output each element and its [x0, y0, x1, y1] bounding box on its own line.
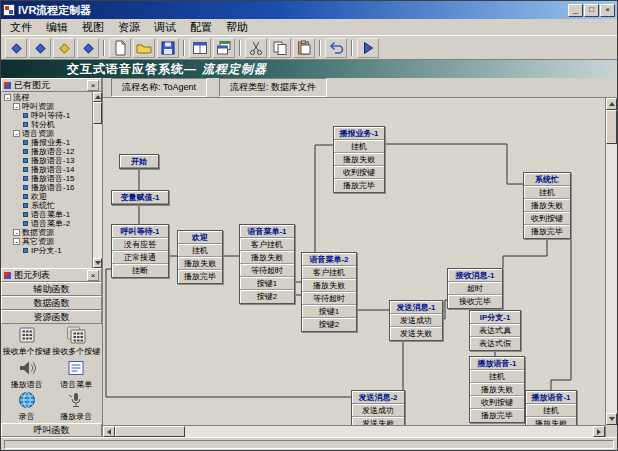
close-button-icon[interactable]: × [600, 4, 615, 17]
menu-帮助[interactable]: 帮助 [219, 19, 255, 36]
node-port-播放失败[interactable]: 播放失败 [240, 251, 294, 264]
menu-编辑[interactable]: 编辑 [39, 19, 75, 36]
node-port-挂机[interactable]: 挂机 [470, 370, 524, 383]
menu-资源[interactable]: 资源 [111, 19, 147, 36]
flow-node-send-msg-1[interactable]: 发送消息-1发送成功发送失败 [389, 300, 443, 341]
copy-icon[interactable] [269, 38, 291, 58]
canvas-hscroll-thumb[interactable] [115, 426, 185, 437]
menu-文件[interactable]: 文件 [3, 19, 39, 36]
new-file-icon[interactable] [109, 38, 131, 58]
node-port-播放完毕[interactable]: 播放完毕 [334, 179, 384, 192]
tree-scrollbar[interactable] [92, 92, 102, 268]
node-port-播放失败[interactable]: 播放失败 [302, 279, 356, 292]
node-port-收到按键[interactable]: 收到按键 [334, 166, 384, 179]
node-port-挂机[interactable]: 挂机 [178, 244, 222, 257]
flow-node-recv-msg-1[interactable]: 接收消息-1超时接收完毕 [447, 268, 503, 309]
palette-item-录音[interactable]: 录音 [3, 391, 51, 421]
canvas-scroll-up-icon[interactable] [606, 98, 617, 110]
node-port-发送成功[interactable]: 发送成功 [390, 314, 442, 327]
canvas-vscroll-thumb[interactable] [606, 110, 617, 144]
canvas-scroll-right-icon[interactable] [593, 426, 605, 437]
node-port-播放完毕[interactable]: 播放完毕 [524, 225, 570, 238]
flow-node-play-voice-1b[interactable]: 播放语音-1挂机播放失败收到按键播放完毕 [525, 390, 577, 425]
section-资源函数[interactable]: 资源函数 [1, 310, 102, 324]
node-port-表达式假[interactable]: 表达式假 [470, 337, 520, 350]
node-port-播放失败[interactable]: 播放失败 [470, 383, 524, 396]
yellow-diamond-icon[interactable] [53, 38, 75, 58]
node-port-发送失败[interactable]: 发送失败 [390, 327, 442, 340]
node-port-超时[interactable]: 超时 [448, 282, 502, 295]
node-port-按键1[interactable]: 按键1 [302, 305, 356, 318]
tree-scroll-track[interactable] [93, 124, 102, 258]
node-port-正常接通[interactable]: 正常接通 [112, 251, 168, 264]
palette-item-接收单个按键[interactable]: 接收单个按键 [3, 326, 51, 356]
node-port-等待超时[interactable]: 等待超时 [302, 292, 356, 305]
palette-item-播放录音[interactable]: 播放录音 [52, 391, 100, 421]
node-port-挂机[interactable]: 挂机 [524, 186, 570, 199]
tree-expand-icon[interactable]: - [13, 130, 20, 137]
blue-diamond-3-icon[interactable] [77, 38, 99, 58]
node-port-收到按键[interactable]: 收到按键 [470, 396, 524, 409]
node-port-发送失败[interactable]: 发送失败 [352, 417, 404, 425]
flow-node-system-busy[interactable]: 系统忙挂机播放失败收到按键播放完毕 [523, 172, 571, 239]
tree-scroll-down-icon[interactable] [93, 258, 102, 268]
flow-node-ip-branch-1[interactable]: IP分支-1表达式真表达式假 [469, 310, 521, 351]
flow-node-voice-menu-2[interactable]: 语音菜单-2客户挂机播放失败等待超时按键1按键2 [301, 252, 357, 332]
node-port-播放完毕[interactable]: 播放完毕 [178, 270, 222, 283]
tree-item-IP分支-1[interactable]: IP分支-1 [1, 246, 92, 255]
node-port-挂机[interactable]: 挂机 [334, 140, 384, 153]
maximize-button-icon[interactable]: □ [584, 4, 599, 17]
tree-expand-icon[interactable]: - [4, 94, 11, 101]
blue-diamond-icon[interactable] [5, 38, 27, 58]
node-port-客户挂机[interactable]: 客户挂机 [302, 266, 356, 279]
node-port-按键2[interactable]: 按键2 [240, 290, 294, 303]
node-port-播放失败[interactable]: 播放失败 [524, 199, 570, 212]
open-folder-icon[interactable] [133, 38, 155, 58]
tree-expand-icon[interactable]: - [13, 229, 20, 236]
section-数据函数[interactable]: 数据函数 [1, 296, 102, 310]
tree-expand-icon[interactable]: - [13, 238, 20, 245]
node-port-收到按键[interactable]: 收到按键 [524, 212, 570, 225]
window-tile-icon[interactable] [189, 38, 211, 58]
node-port-接收完毕[interactable]: 接收完毕 [448, 295, 502, 308]
node-port-按键2[interactable]: 按键2 [302, 318, 356, 331]
flow-node-voice-menu-1[interactable]: 语音菜单-1客户挂机播放失败等待超时按键1按键2 [239, 224, 295, 304]
node-port-按键1[interactable]: 按键1 [240, 277, 294, 290]
undo-icon[interactable] [325, 38, 347, 58]
flow-canvas[interactable]: 开始变量赋值-1呼叫等待-1没有应答正常接通挂断欢迎挂机播放失败播放完毕语音菜单… [103, 98, 605, 425]
palette-item-接收多个按键[interactable]: 接收多个按键 [52, 326, 100, 356]
flow-node-welcome[interactable]: 欢迎挂机播放失败播放完毕 [177, 230, 223, 284]
flow-node-send-msg-2[interactable]: 发送消息-2发送成功发送失败 [351, 390, 405, 425]
tree-scroll-thumb[interactable] [93, 102, 102, 124]
tree-scroll-up-icon[interactable] [93, 92, 102, 102]
section-辅助函数[interactable]: 辅助函数 [1, 282, 102, 296]
window-cascade-icon[interactable] [213, 38, 235, 58]
node-port-发送成功[interactable]: 发送成功 [352, 404, 404, 417]
menu-配置[interactable]: 配置 [183, 19, 219, 36]
save-icon[interactable] [157, 38, 179, 58]
node-port-等待超时[interactable]: 等待超时 [240, 264, 294, 277]
paste-icon[interactable] [293, 38, 315, 58]
node-port-挂机[interactable]: 挂机 [526, 404, 576, 417]
section-call-functions[interactable]: 呼叫函数 [1, 423, 102, 437]
node-port-播放失败[interactable]: 播放失败 [334, 153, 384, 166]
tree-panel-close-icon[interactable]: × [87, 80, 99, 91]
run-icon[interactable] [357, 38, 379, 58]
palette-item-语音菜单[interactable]: 语音菜单 [52, 359, 100, 389]
canvas-hscroll-track[interactable] [185, 426, 593, 437]
list-panel-close-icon[interactable]: × [87, 270, 99, 281]
tree-expand-icon[interactable]: - [13, 103, 20, 110]
menu-调试[interactable]: 调试 [147, 19, 183, 36]
node-port-客户挂机[interactable]: 客户挂机 [240, 238, 294, 251]
canvas-scroll-left-icon[interactable] [103, 426, 115, 437]
blue-diamond-2-icon[interactable] [29, 38, 51, 58]
palette-item-播放语音[interactable]: 播放语音 [3, 359, 51, 389]
node-port-播放完毕[interactable]: 播放完毕 [470, 409, 524, 422]
node-port-表达式真[interactable]: 表达式真 [470, 324, 520, 337]
cut-icon[interactable] [245, 38, 267, 58]
title-bar[interactable]: IVR流程定制器 _□× [1, 1, 617, 19]
flow-node-start[interactable]: 开始 [119, 154, 159, 169]
canvas-hscrollbar[interactable] [103, 425, 605, 437]
minimize-button-icon[interactable]: _ [568, 4, 583, 17]
flow-node-broadcast-1[interactable]: 播报业务-1挂机播放失败收到按键播放完毕 [333, 126, 385, 193]
